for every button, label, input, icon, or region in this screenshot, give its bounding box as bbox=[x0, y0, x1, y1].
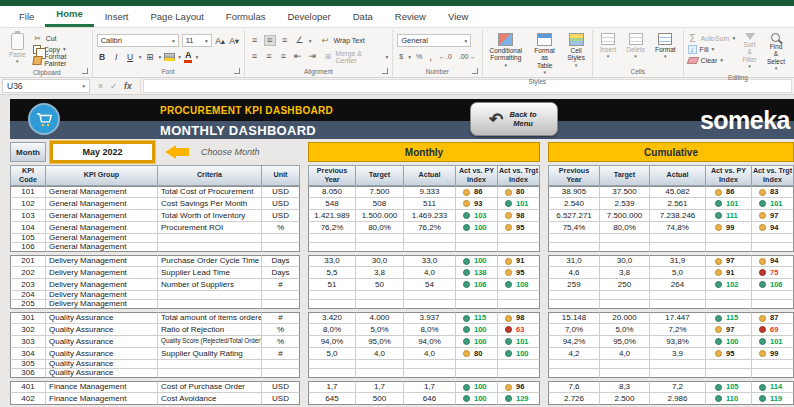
cell-cumulative-target[interactable]: 5,0% bbox=[600, 324, 650, 336]
cell-monthly-previous-year[interactable]: 94,0% bbox=[308, 336, 356, 348]
cut-button[interactable]: ✂Cut bbox=[33, 33, 88, 43]
cell-monthly-act-vs-trgt[interactable]: 129 bbox=[498, 393, 540, 405]
cell-cumulative-act-vs-py[interactable]: 105 bbox=[706, 381, 752, 393]
cell-monthly-target[interactable]: 30,0 bbox=[356, 255, 404, 267]
cell-criteria[interactable] bbox=[158, 243, 262, 252]
cell-monthly-actual[interactable]: 1,7 bbox=[404, 381, 456, 393]
cell-cumulative-actual[interactable] bbox=[650, 300, 706, 309]
cell-cumulative-previous-year[interactable]: 31,0 bbox=[548, 255, 600, 267]
cell-cumulative-actual[interactable]: 2.561 bbox=[650, 198, 706, 210]
cell-unit[interactable] bbox=[262, 243, 300, 252]
cell-monthly-target[interactable]: 4.000 bbox=[356, 312, 404, 324]
cell-monthly-target[interactable]: 95,0% bbox=[356, 336, 404, 348]
dialog-launcher-icon[interactable] bbox=[82, 68, 88, 74]
cell-cumulative-act-vs-trgt[interactable]: 106 bbox=[752, 279, 794, 291]
increase-decimal-button[interactable]: ←.0 bbox=[437, 53, 454, 60]
cell-unit[interactable] bbox=[262, 234, 300, 243]
cell-kpi-group[interactable]: Quality Assurance bbox=[46, 369, 158, 378]
cell-kpi-code[interactable]: 205 bbox=[10, 300, 46, 309]
cell-monthly-actual[interactable]: 4,0 bbox=[404, 348, 456, 360]
cell-monthly-act-vs-trgt[interactable] bbox=[498, 234, 540, 243]
shrink-font-button[interactable]: A▾ bbox=[229, 36, 240, 46]
cell-unit[interactable]: # bbox=[262, 279, 300, 291]
dialog-launcher-icon[interactable] bbox=[472, 68, 478, 74]
cell-monthly-previous-year[interactable]: 1,7 bbox=[308, 381, 356, 393]
cell-cumulative-target[interactable] bbox=[600, 300, 650, 309]
comma-style-button[interactable]: , bbox=[427, 51, 434, 62]
cell-cumulative-previous-year[interactable]: 75,4% bbox=[548, 222, 600, 234]
cell-monthly-actual[interactable] bbox=[404, 291, 456, 300]
merge-center-button[interactable]: ⊞Merge & Center ▾ bbox=[323, 52, 388, 62]
cell-cumulative-act-vs-py[interactable] bbox=[706, 291, 752, 300]
cell-unit[interactable]: USD bbox=[262, 393, 300, 405]
cell-cumulative-act-vs-py[interactable]: 91 bbox=[706, 267, 752, 279]
cell-monthly-act-vs-trgt[interactable] bbox=[498, 300, 540, 309]
cell-monthly-actual[interactable] bbox=[404, 300, 456, 309]
cell-monthly-previous-year[interactable]: 548 bbox=[308, 198, 356, 210]
cell-monthly-target[interactable] bbox=[356, 291, 404, 300]
cell-cumulative-act-vs-trgt[interactable]: 83 bbox=[752, 186, 794, 198]
cell-cumulative-actual[interactable] bbox=[650, 369, 706, 378]
cell-kpi-group[interactable]: Quality Assurance bbox=[46, 348, 158, 360]
cell-kpi-group[interactable]: General Management bbox=[46, 186, 158, 198]
align-center-button[interactable]: ≡ bbox=[263, 52, 274, 61]
cell-unit[interactable]: % bbox=[262, 324, 300, 336]
cell-cumulative-previous-year[interactable]: 4,2 bbox=[548, 348, 600, 360]
cell-monthly-actual[interactable]: 8,0% bbox=[404, 324, 456, 336]
cell-criteria[interactable] bbox=[158, 291, 262, 300]
cell-monthly-act-vs-trgt[interactable] bbox=[498, 243, 540, 252]
cell-cumulative-previous-year[interactable]: 6.527.271 bbox=[548, 210, 600, 222]
font-size-select[interactable]: 11▾ bbox=[182, 34, 212, 47]
cell-cumulative-actual[interactable]: 7,2% bbox=[650, 324, 706, 336]
cell-cumulative-act-vs-py[interactable]: 100 bbox=[706, 336, 752, 348]
cell-cumulative-previous-year[interactable]: 7,0% bbox=[548, 324, 600, 336]
cell-monthly-act-vs-py[interactable]: 93 bbox=[456, 198, 498, 210]
cell-monthly-previous-year[interactable]: 51 bbox=[308, 279, 356, 291]
cell-kpi-group[interactable]: Finance Management bbox=[46, 381, 158, 393]
cell-monthly-target[interactable] bbox=[356, 360, 404, 369]
cell-cumulative-previous-year[interactable] bbox=[548, 360, 600, 369]
cell-monthly-act-vs-trgt[interactable]: 95 bbox=[498, 267, 540, 279]
cell-kpi-code[interactable]: 306 bbox=[10, 369, 46, 378]
cell-cumulative-target[interactable] bbox=[600, 360, 650, 369]
italic-button[interactable]: I bbox=[111, 52, 122, 62]
cell-kpi-code[interactable]: 101 bbox=[10, 186, 46, 198]
clear-button[interactable]: Clear ▾ bbox=[688, 55, 736, 65]
cell-cumulative-actual[interactable] bbox=[650, 243, 706, 252]
tab-home[interactable]: Home bbox=[45, 4, 93, 27]
cell-cumulative-target[interactable]: 2.539 bbox=[600, 198, 650, 210]
cell-kpi-group[interactable]: General Management bbox=[46, 243, 158, 252]
cell-monthly-act-vs-py[interactable]: 100 bbox=[456, 255, 498, 267]
font-name-select[interactable]: Calibri▾ bbox=[97, 34, 179, 47]
cell-monthly-actual[interactable]: 33,0 bbox=[404, 255, 456, 267]
cell-monthly-target[interactable]: 5,0% bbox=[356, 324, 404, 336]
cell-monthly-actual[interactable] bbox=[404, 369, 456, 378]
cell-cumulative-actual[interactable]: 2.986 bbox=[650, 393, 706, 405]
cell-cumulative-target[interactable] bbox=[600, 243, 650, 252]
cell-criteria[interactable]: Total Worth of Inventory bbox=[158, 210, 262, 222]
cell-criteria[interactable]: Cost of Purchase Order bbox=[158, 381, 262, 393]
cell-cumulative-previous-year[interactable] bbox=[548, 369, 600, 378]
grow-font-button[interactable]: A▴ bbox=[215, 36, 226, 46]
dialog-launcher-icon[interactable] bbox=[234, 68, 240, 74]
cell-criteria[interactable] bbox=[158, 234, 262, 243]
underline-button[interactable]: U bbox=[125, 52, 136, 62]
cell-criteria[interactable]: Number of Suppliers bbox=[158, 279, 262, 291]
cell-monthly-previous-year[interactable] bbox=[308, 369, 356, 378]
cell-unit[interactable]: % bbox=[262, 222, 300, 234]
cell-cumulative-act-vs-py[interactable]: 101 bbox=[706, 198, 752, 210]
cell-unit[interactable]: USD bbox=[262, 210, 300, 222]
cell-unit[interactable]: # bbox=[262, 312, 300, 324]
fill-color-icon[interactable] bbox=[164, 53, 175, 61]
cell-cumulative-act-vs-trgt[interactable]: 69 bbox=[752, 324, 794, 336]
cell-cumulative-previous-year[interactable]: 259 bbox=[548, 279, 600, 291]
cancel-icon[interactable]: × bbox=[98, 81, 103, 91]
cell-monthly-target[interactable]: 500 bbox=[356, 393, 404, 405]
cell-cumulative-act-vs-py[interactable]: 111 bbox=[706, 210, 752, 222]
cell-criteria[interactable]: Purchase Order Cycle Time bbox=[158, 255, 262, 267]
cell-unit[interactable]: Days bbox=[262, 255, 300, 267]
cell-cumulative-previous-year[interactable] bbox=[548, 234, 600, 243]
cell-monthly-act-vs-trgt[interactable]: 80 bbox=[498, 186, 540, 198]
cell-cumulative-act-vs-trgt[interactable]: 101 bbox=[752, 198, 794, 210]
cell-monthly-actual[interactable]: 94,0% bbox=[404, 336, 456, 348]
